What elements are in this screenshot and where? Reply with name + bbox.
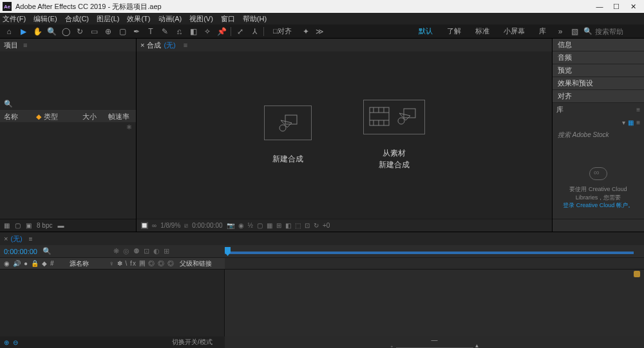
menu-animation[interactable]: 动画(A) xyxy=(158,14,182,24)
magnification-menu[interactable]: 1/8/9% xyxy=(160,222,180,229)
col-type[interactable]: 类型 xyxy=(44,112,82,122)
construct-icon[interactable]: ⅄ xyxy=(249,26,260,37)
eraser-tool-icon[interactable]: ◧ xyxy=(188,26,198,37)
snap-toggle[interactable]: □对齐 xyxy=(268,26,297,36)
anchor-tool-icon[interactable]: ⊕ xyxy=(103,26,113,37)
source-name-col[interactable]: 源名称 xyxy=(70,259,89,268)
menu-view[interactable]: 视图(V) xyxy=(189,14,213,24)
view-icon[interactable]: ⊡ xyxy=(305,222,310,229)
info-panel-tab[interactable]: 信息 xyxy=(553,39,644,51)
workspace-learn[interactable]: 了解 xyxy=(442,26,466,36)
link-icon[interactable]: ∞ xyxy=(152,222,156,229)
menu-file[interactable]: 文件(F) xyxy=(3,14,26,24)
aspect-icon[interactable]: ⎚ xyxy=(184,222,188,229)
hide-shy-icon[interactable]: ⚉ xyxy=(133,247,140,255)
col-size[interactable]: 大小 xyxy=(82,112,108,122)
lib-dropdown-icon[interactable]: ▾ xyxy=(622,119,625,126)
menu-help[interactable]: 帮助(H) xyxy=(243,14,267,24)
workspace-standard[interactable]: 标准 xyxy=(470,26,495,36)
marker-icon[interactable] xyxy=(634,271,640,277)
new-comp-card[interactable]: 新建合成 xyxy=(264,105,312,165)
time-ruler[interactable] xyxy=(225,245,644,257)
brush-tool-icon[interactable]: ✎ xyxy=(160,26,170,37)
menu-layer[interactable]: 图层(L) xyxy=(97,14,119,24)
col-fps[interactable]: 帧速率 xyxy=(108,112,129,122)
parent-col[interactable]: 父级和链接 xyxy=(180,259,212,268)
close-button[interactable]: ✕ xyxy=(625,1,641,12)
draft-3d-icon[interactable]: ◎ xyxy=(123,247,129,255)
frame-blend-icon[interactable]: ⊡ xyxy=(144,247,149,255)
manipulate-icon[interactable]: ⤢ xyxy=(235,26,245,37)
chevron-icon[interactable]: ≫ xyxy=(315,26,325,37)
mask-icon[interactable]: ◧ xyxy=(285,222,291,229)
timeline-tab[interactable]: × (无) ≡ xyxy=(4,234,33,244)
stock-search[interactable]: 搜索 Adobe Stock xyxy=(553,129,644,142)
current-time[interactable]: 0:00:00:00 xyxy=(4,248,37,255)
new-folder-icon[interactable]: ▢ xyxy=(15,222,21,229)
magnification-icon[interactable]: 🔲 xyxy=(140,222,148,229)
workspace-more-icon[interactable]: » xyxy=(555,26,565,37)
camera-tool-icon[interactable]: ▭ xyxy=(89,26,99,37)
roto-tool-icon[interactable]: ✧ xyxy=(202,26,213,37)
composition-mini-flowchart-icon[interactable]: ❋ xyxy=(113,247,119,255)
exposure-icon[interactable]: +0 xyxy=(323,222,330,229)
roi-icon[interactable]: ▢ xyxy=(257,222,263,229)
project-list[interactable]: ⚛ xyxy=(0,122,136,219)
toggle-switches-icon[interactable]: ⊕ xyxy=(4,339,9,346)
text-tool-icon[interactable]: T xyxy=(146,26,156,37)
audio-col-icon[interactable]: 🔊 xyxy=(13,260,21,267)
bpc-button[interactable]: 8 bpc xyxy=(37,222,52,229)
lock-col-icon[interactable]: 🔒 xyxy=(31,260,39,267)
resolution-icon[interactable]: ½ xyxy=(248,222,253,229)
library-tab[interactable]: 库 xyxy=(556,105,564,114)
stamp-tool-icon[interactable]: ⎌ xyxy=(174,26,184,37)
project-tab-menu-icon[interactable]: ≡ xyxy=(23,41,27,49)
zoom-out-icon[interactable]: — xyxy=(431,336,438,343)
help-search-input[interactable] xyxy=(595,28,640,35)
list-view-icon[interactable]: ≡ xyxy=(636,119,640,126)
grid-view-icon[interactable]: ▦ xyxy=(628,119,634,126)
menu-edit[interactable]: 编辑(E) xyxy=(33,14,57,24)
delete-icon[interactable]: ▬ xyxy=(57,222,64,229)
timecode[interactable]: 0:00:00:00 xyxy=(192,222,222,229)
audio-panel-tab[interactable]: 音频 xyxy=(553,51,644,64)
selection-tool-icon[interactable]: ▶ xyxy=(18,26,28,37)
workspace-panel-icon[interactable]: ▧ xyxy=(569,26,580,37)
label-col-icon[interactable]: ◆ xyxy=(42,260,47,267)
align-panel-tab[interactable]: 对齐 xyxy=(553,90,644,103)
library-menu-icon[interactable]: ≡ xyxy=(636,106,640,113)
puppet-tool-icon[interactable]: 📌 xyxy=(216,26,227,37)
toggle-pane-icon[interactable]: ⊖ xyxy=(13,339,18,346)
interpret-footage-icon[interactable]: ▦ xyxy=(4,222,10,229)
playhead[interactable] xyxy=(225,247,231,256)
mesh-icon[interactable]: ✦ xyxy=(301,26,311,37)
shape-tool-icon[interactable]: ▢ xyxy=(117,26,128,37)
orbit-tool-icon[interactable]: ◯ xyxy=(61,26,71,37)
menu-window[interactable]: 窗口 xyxy=(221,14,235,24)
snapshot-icon[interactable]: 📷 xyxy=(227,222,234,229)
effects-panel-tab[interactable]: 效果和预设 xyxy=(553,77,644,90)
comp-tab-menu-icon[interactable]: ≡ xyxy=(184,41,187,49)
num-col-icon[interactable]: # xyxy=(50,260,54,267)
menu-effect[interactable]: 效果(T) xyxy=(127,14,150,24)
layer-list[interactable] xyxy=(0,270,225,336)
timeline-search-input[interactable] xyxy=(57,248,95,255)
grid-icon[interactable]: ▦ xyxy=(267,222,272,229)
channel-icon[interactable]: ◉ xyxy=(238,222,244,229)
pen-tool-icon[interactable]: ✒ xyxy=(131,26,142,37)
minimize-button[interactable]: — xyxy=(591,1,608,12)
project-search[interactable]: 🔍 xyxy=(0,98,136,111)
switches-cols[interactable]: ♀ ✽ \ fx 圖 ◎ ◎ ◎ xyxy=(109,259,175,268)
home-icon[interactable]: ⌂ xyxy=(4,26,14,37)
workspace-library[interactable]: 库 xyxy=(534,26,551,36)
project-tab[interactable]: 项目 xyxy=(4,41,18,50)
hand-tool-icon[interactable]: ✋ xyxy=(32,26,43,37)
cc-login-link[interactable]: 登录 Creative Cloud 帐户。 xyxy=(563,202,634,208)
reset-icon[interactable]: ↻ xyxy=(314,222,319,229)
menu-composition[interactable]: 合成(C) xyxy=(65,14,89,24)
zoom-tool-icon[interactable]: 🔍 xyxy=(46,26,57,37)
3d-icon[interactable]: ⬚ xyxy=(295,222,301,229)
new-comp-from-footage-card[interactable]: 从素材新建合成 xyxy=(363,100,425,170)
workspace-small[interactable]: 小屏幕 xyxy=(498,26,530,36)
guide-icon[interactable]: ⊞ xyxy=(276,222,281,229)
